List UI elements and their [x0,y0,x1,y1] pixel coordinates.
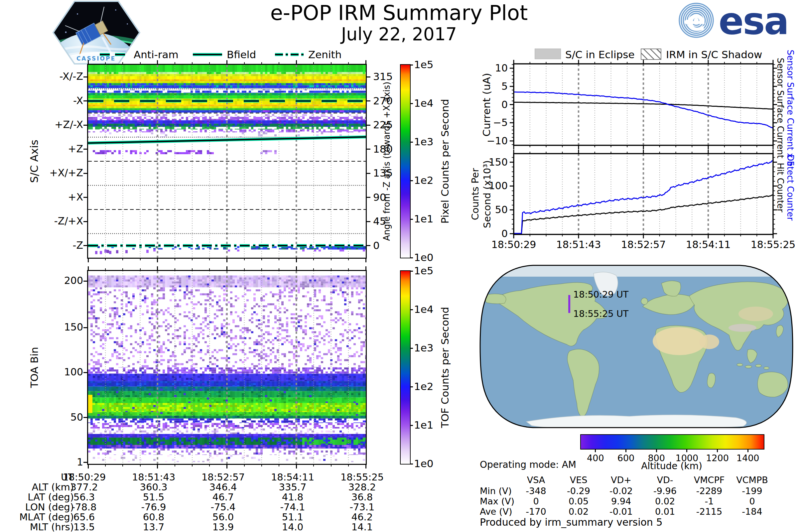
y-major-tick [83,149,87,150]
altitude-tick [625,449,626,452]
x-tick [365,259,366,262]
voltage-value: 0 [513,496,559,507]
x-tick [261,465,262,467]
x-tick [296,60,297,64]
ephemeris-value: 18:55:25 [330,472,394,483]
ground-track-map: 18:50:29 UT 18:55:25 UT [476,264,796,430]
colorbar-tick [410,271,413,272]
x-tick [105,465,106,467]
ephemeris-value: 328.2 [330,481,394,493]
y-major-tick [83,125,87,126]
voltage-column-header: VCMPB [729,475,775,485]
x-tick [174,62,175,64]
map-arctic-ice [483,265,789,277]
y-major-tick [83,372,87,373]
y-major-tick [83,462,87,463]
altitude-tick [747,449,748,452]
x-tick [192,259,192,260]
x-tick [174,259,175,260]
anti-ram-line-sample [100,51,129,58]
ephemeris-value: 13.9 [191,521,255,532]
voltage-value: 0 [729,496,775,507]
legend-zenith: Zenith [275,49,341,60]
zenith-line-sample [275,51,304,58]
altitude-tick-label: 1400 [728,453,768,463]
ephemeris-value: 18:54:11 [261,472,324,483]
x-tick [279,259,279,260]
ephemeris-value: -74.1 [261,501,324,513]
x-tick [365,266,366,270]
ephemeris-value: 14.0 [261,521,324,532]
x-tick [105,62,106,64]
ephemeris-value: 41.8 [261,491,324,503]
x-tick [105,259,106,260]
y-major-tick [83,197,87,198]
x-tick [88,266,89,270]
x-tick [348,465,349,467]
x-tick [140,259,141,260]
y-major-tick [83,417,87,418]
track-end-label: 18:55:25 UT [573,308,629,319]
x-tick [331,62,331,64]
x-tick [296,266,297,270]
zenith-label: Zenith [308,49,341,60]
colorbar-tick [410,64,413,65]
x-tick [261,268,262,270]
x-tick [365,60,366,64]
x-tick [279,62,279,64]
voltage-column-header: VES [555,475,602,485]
x-tick [331,259,331,260]
x-tick [296,465,297,469]
altitude-colorbar [580,434,764,450]
time-tick-label: 18:51:43 [542,239,615,250]
voltage-value: -2115 [686,507,733,517]
x-tick [192,268,192,270]
counts-plot [514,154,773,234]
x-tick [140,62,141,64]
x-tick [209,268,210,270]
voltage-column-header: VD- [642,475,688,485]
voltage-value: 0.05 [555,496,602,507]
ephemeris-value: -78.8 [53,501,116,513]
x-tick [226,259,227,262]
ephemeris-value: 18:52:57 [191,472,255,483]
tof-colorbar [400,270,411,464]
counts-side-label-black: Hit Counter [773,71,788,304]
counts-ylabel: Counts PerSecond (x10³) [469,78,493,310]
altitude-tick [595,449,596,452]
legend-bfield: Bfield [193,49,256,60]
altitude-tick [717,449,718,452]
voltage-value: 9.94 [598,496,644,507]
esa-logo-globe: e [679,3,714,38]
voltage-value: -1 [686,496,733,507]
legend-anti-ram: Anti-ram [100,49,178,60]
colorbar-tick [410,258,413,258]
sc-axis-ylabel: S/C Axis [27,45,41,278]
voltage-value: 0.01 [642,507,688,517]
x-tick [209,259,210,260]
voltage-value: -0.29 [555,486,602,496]
x-tick [88,465,89,469]
x-tick [209,62,210,64]
voltage-value: -199 [729,486,775,496]
toa-spectrogram-frame [87,270,367,465]
y-major-tick [367,125,370,126]
colorbar-tick [410,180,413,181]
colorbar-tick [410,386,413,387]
x-tick [244,259,245,260]
altitude-tick [656,449,657,452]
counts-ylabel-line2: Second (x10³) [481,78,493,310]
y-major-tick [83,173,87,174]
y-major-tick [367,76,370,77]
x-tick [261,62,262,64]
ephemeris-value: 56.3 [53,491,116,503]
anti-ram-label: Anti-ram [134,49,178,60]
voltage-column-header: VD+ [598,475,644,485]
tof-colorbar-label: TOF Counts per Second [438,251,452,484]
voltage-value: -0.01 [598,507,644,517]
x-tick [331,465,331,467]
esa-globe-e: e [687,4,706,37]
y-major-tick [83,327,87,328]
colorbar-tick [410,348,413,349]
x-tick [226,266,227,270]
